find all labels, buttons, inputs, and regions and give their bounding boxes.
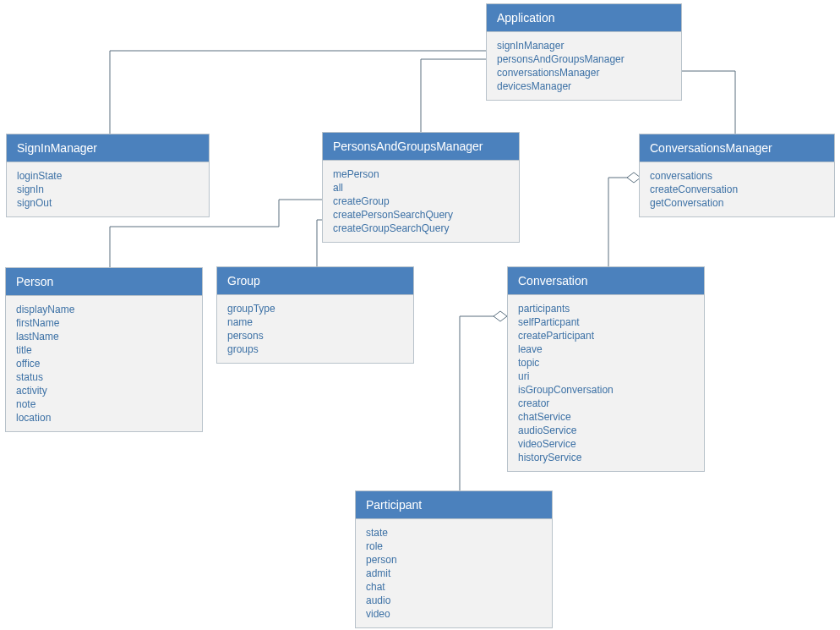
member: video [366, 607, 542, 621]
member: audio [366, 594, 542, 607]
member: note [16, 397, 192, 411]
class-group: Group groupType name persons groups [216, 266, 414, 364]
aggregation-diamond-conversation [494, 311, 507, 321]
connector-app-signin [110, 51, 486, 134]
class-body-person: displayName firstName lastName title off… [6, 296, 202, 431]
member: personsAndGroupsManager [497, 52, 671, 66]
member: state [366, 526, 542, 540]
class-title-group: Group [217, 267, 413, 295]
class-personsandgroupsmanager: PersonsAndGroupsManager mePerson all cre… [322, 132, 520, 243]
class-body-application: signInManager personsAndGroupsManager co… [487, 32, 681, 100]
member: videoService [518, 437, 694, 451]
class-application: Application signInManager personsAndGrou… [486, 3, 682, 101]
class-participant: Participant state role person admit chat… [355, 490, 553, 628]
member: signInManager [497, 39, 671, 52]
member: mePerson [333, 167, 509, 181]
class-conversationsmanager: ConversationsManager conversations creat… [639, 134, 835, 217]
member: persons [227, 329, 403, 342]
class-signinmanager: SignInManager loginState signIn signOut [6, 134, 210, 217]
member: createGroupSearchQuery [333, 222, 509, 235]
class-conversation: Conversation participants selfParticpant… [507, 266, 705, 472]
connector-conversation-participant [460, 316, 507, 490]
member: leave [518, 342, 694, 356]
member: activity [16, 384, 192, 397]
class-title-signinmanager: SignInManager [7, 134, 209, 162]
member: admit [366, 567, 542, 580]
member: getConversation [650, 196, 824, 210]
member: lastName [16, 330, 192, 343]
member: chatService [518, 410, 694, 424]
member: devicesManager [497, 79, 671, 93]
class-body-participant: state role person admit chat audio video [356, 519, 552, 627]
member: conversationsManager [497, 66, 671, 79]
member: signOut [17, 196, 199, 210]
member: displayName [16, 303, 192, 316]
member: creator [518, 397, 694, 410]
member: isGroupConversation [518, 383, 694, 397]
member: loginState [17, 169, 199, 183]
class-person: Person displayName firstName lastName ti… [5, 267, 203, 432]
member: participants [518, 302, 694, 315]
member: all [333, 181, 509, 194]
member: location [16, 411, 192, 425]
member: signIn [17, 183, 199, 196]
member: firstName [16, 316, 192, 330]
class-title-person: Person [6, 268, 202, 296]
member: status [16, 370, 192, 384]
member: chat [366, 580, 542, 594]
member: title [16, 343, 192, 357]
class-title-participant: Participant [356, 491, 552, 519]
connector-app-persons [421, 59, 486, 132]
class-body-personsandgroupsmanager: mePerson all createGroup createPersonSea… [323, 161, 519, 242]
class-body-group: groupType name persons groups [217, 295, 413, 363]
member: createParticipant [518, 329, 694, 342]
class-body-conversationsmanager: conversations createConversation getConv… [640, 162, 834, 216]
member: selfParticpant [518, 315, 694, 329]
member: name [227, 315, 403, 329]
member: office [16, 357, 192, 370]
member: groups [227, 342, 403, 356]
member: createPersonSearchQuery [333, 208, 509, 222]
member: person [366, 553, 542, 567]
connector-app-conversations [682, 71, 735, 134]
diagram-canvas: Application signInManager personsAndGrou… [0, 0, 840, 630]
connector-convmgr-conversation [608, 178, 641, 266]
member: historyService [518, 451, 694, 464]
member: uri [518, 370, 694, 383]
member: topic [518, 356, 694, 370]
class-title-conversation: Conversation [508, 267, 704, 295]
class-title-personsandgroupsmanager: PersonsAndGroupsManager [323, 133, 519, 161]
member: createConversation [650, 183, 824, 196]
member: role [366, 540, 542, 553]
member: groupType [227, 302, 403, 315]
member: createGroup [333, 194, 509, 208]
class-title-conversationsmanager: ConversationsManager [640, 134, 834, 162]
class-body-conversation: participants selfParticpant createPartic… [508, 295, 704, 471]
class-title-application: Application [487, 4, 681, 32]
member: conversations [650, 169, 824, 183]
class-body-signinmanager: loginState signIn signOut [7, 162, 209, 216]
member: audioService [518, 424, 694, 437]
